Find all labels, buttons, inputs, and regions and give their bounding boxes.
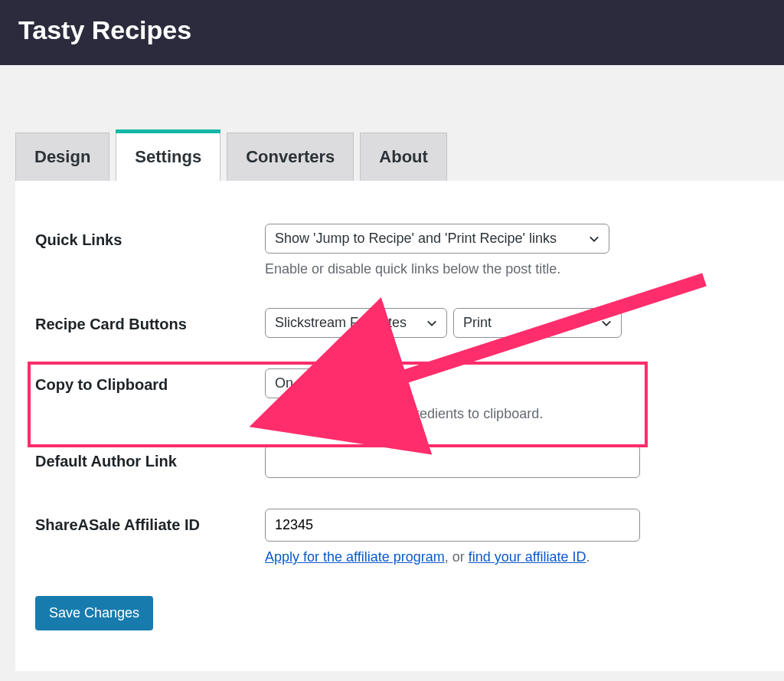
quick-links-select[interactable]: Show 'Jump to Recipe' and 'Print Recipe'… bbox=[265, 224, 609, 254]
chevron-down-icon bbox=[601, 318, 612, 329]
tabs: Design Settings Converters About bbox=[15, 133, 784, 181]
tab-design[interactable]: Design bbox=[15, 133, 109, 181]
recipe-card-button-2-select[interactable]: Print bbox=[453, 308, 622, 338]
shareasale-help: Apply for the affiliate program, or find… bbox=[265, 549, 764, 565]
chevron-down-icon bbox=[589, 234, 599, 244]
default-author-link-input[interactable] bbox=[265, 445, 640, 478]
copy-clipboard-label: Copy to Clipboard bbox=[35, 368, 265, 394]
copy-clipboard-select[interactable]: On bbox=[265, 368, 325, 398]
tab-about[interactable]: About bbox=[360, 133, 447, 181]
settings-panel: Quick Links Show 'Jump to Recipe' and 'P… bbox=[15, 181, 784, 671]
quick-links-value: Show 'Jump to Recipe' and 'Print Recipe'… bbox=[275, 231, 557, 247]
copy-clipboard-help: Allow visitors to copy ingredients to cl… bbox=[265, 406, 764, 422]
chevron-down-icon bbox=[304, 378, 315, 389]
shareasale-help-end: . bbox=[586, 549, 590, 565]
chevron-down-icon bbox=[426, 318, 437, 329]
shareasale-label: ShareASale Affiliate ID bbox=[35, 509, 265, 534]
tab-converters[interactable]: Converters bbox=[227, 133, 354, 181]
shareasale-help-mid: , or bbox=[445, 549, 469, 565]
find-affiliate-id-link[interactable]: find your affiliate ID bbox=[469, 549, 586, 565]
page-header: Tasty Recipes bbox=[0, 0, 784, 65]
default-author-link-label: Default Author Link bbox=[35, 445, 265, 470]
tab-settings[interactable]: Settings bbox=[116, 133, 220, 181]
recipe-card-buttons-label: Recipe Card Buttons bbox=[35, 308, 265, 333]
quick-links-help: Enable or disable quick links below the … bbox=[265, 261, 764, 277]
recipe-card-button-2-value: Print bbox=[463, 315, 492, 331]
save-changes-button[interactable]: Save Changes bbox=[35, 596, 153, 630]
apply-affiliate-link[interactable]: Apply for the affiliate program bbox=[265, 549, 445, 565]
page-title: Tasty Recipes bbox=[18, 15, 766, 45]
quick-links-label: Quick Links bbox=[35, 224, 265, 249]
copy-clipboard-value: On bbox=[275, 375, 293, 391]
recipe-card-button-1-value: Slickstream Favorites bbox=[275, 315, 407, 331]
recipe-card-button-1-select[interactable]: Slickstream Favorites bbox=[265, 308, 447, 338]
shareasale-input[interactable] bbox=[265, 509, 640, 542]
